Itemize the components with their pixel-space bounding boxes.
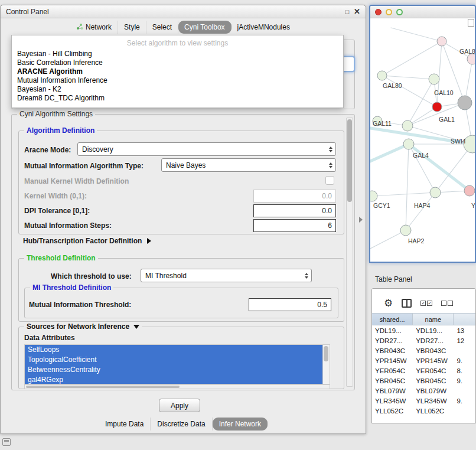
tab-discretize-data[interactable]: Discretize Data: [151, 418, 212, 431]
which-threshold-combo[interactable]: MI Threshold: [141, 269, 312, 282]
scroll-thumb[interactable]: [347, 119, 352, 202]
network-node[interactable]: [467, 54, 475, 64]
close-window-icon[interactable]: ✕: [354, 7, 360, 16]
network-node[interactable]: [429, 74, 439, 84]
network-node[interactable]: [458, 96, 472, 110]
control-panel-titlebar[interactable]: Control Panel □ ✕: [1, 5, 366, 18]
network-node[interactable]: [400, 225, 411, 236]
attribute-list-horizontal-scrollbar[interactable]: [24, 384, 330, 389]
minimize-traffic-light-icon[interactable]: [386, 9, 392, 15]
tab-impute-data[interactable]: Impute Data: [99, 418, 151, 431]
apply-button[interactable]: Apply: [159, 399, 200, 412]
network-edge[interactable]: [391, 28, 442, 41]
network-edge[interactable]: [406, 144, 409, 230]
node-label: Y: [471, 202, 475, 209]
mi-steps-field[interactable]: 6: [253, 219, 336, 232]
network-edge[interactable]: [406, 193, 435, 230]
network-canvas[interactable]: GAL8GAL80GAL10GAL11GAL1SWI4GAL4GCY1HAP4Y…: [370, 18, 475, 262]
table-cell: [454, 345, 475, 356]
network-edge[interactable]: [409, 144, 470, 191]
table-row[interactable]: YDL19...YDL19...13: [372, 325, 475, 335]
tab-cyni-toolbox[interactable]: Cyni Toolbox: [178, 21, 231, 34]
table-row[interactable]: YPR145WYPR145W9.: [372, 356, 475, 366]
table-cell: YLR345W: [372, 396, 413, 406]
zoom-traffic-light-icon[interactable]: [396, 9, 403, 15]
table-cell: YDL19...: [413, 325, 454, 335]
gear-icon[interactable]: ⚙: [384, 298, 393, 308]
mi-threshold-field[interactable]: 0.5: [249, 298, 331, 311]
network-node[interactable]: [437, 37, 446, 46]
tab-label: Cyni Toolbox: [184, 23, 224, 31]
network-node[interactable]: [430, 187, 441, 198]
tab-select[interactable]: Select: [146, 21, 178, 34]
tab-style[interactable]: Style: [118, 21, 146, 34]
network-edge[interactable]: [372, 193, 435, 196]
network-edge[interactable]: [370, 144, 409, 161]
network-edge[interactable]: [437, 41, 442, 107]
network-node[interactable]: [370, 191, 377, 201]
columns-icon[interactable]: [402, 299, 412, 308]
minimized-panel-icon[interactable]: [2, 438, 11, 446]
table-row[interactable]: YBL079WYBL079W: [372, 386, 475, 396]
settings-vertical-scrollbar[interactable]: [346, 118, 353, 387]
network-window-titlebar[interactable]: [370, 6, 475, 18]
algorithm-option[interactable]: Bayesian - K2: [12, 85, 343, 94]
mi-type-combo[interactable]: Naive Bayes: [161, 158, 336, 172]
scroll-thumb[interactable]: [324, 346, 328, 361]
network-node[interactable]: [403, 139, 414, 149]
node-label: GAL80: [383, 82, 402, 89]
table-row[interactable]: YER054CYER054C8.: [372, 366, 475, 376]
tab-infer-network[interactable]: Infer Network: [213, 418, 268, 431]
table-row[interactable]: YDR27...YDR27...12: [372, 335, 475, 345]
network-node[interactable]: [432, 102, 442, 112]
table-row[interactable]: YBR045CYBR045C9.: [372, 376, 475, 386]
table-row[interactable]: YBR043CYBR043C: [372, 345, 475, 356]
network-edge[interactable]: [370, 230, 406, 249]
network-node[interactable]: [402, 120, 413, 131]
network-node[interactable]: [464, 185, 475, 196]
hub-definition-toggle[interactable]: Hub/Transcription Factor Definition: [23, 237, 151, 245]
deselect-all-checkboxes-icon[interactable]: [441, 301, 453, 306]
panel-collapse-handle[interactable]: [359, 217, 363, 223]
mi-type-label: Mutual Information Algorithm Type:: [24, 162, 144, 170]
dpi-tolerance-field[interactable]: 0.0: [253, 204, 336, 217]
aracne-mode-combo[interactable]: Discovery: [77, 142, 336, 156]
table-cell: YDR27...: [413, 335, 454, 345]
threshold-definition-title: Threshold Definition: [24, 254, 98, 262]
column-header[interactable]: name: [413, 314, 454, 325]
select-all-checkboxes-icon[interactable]: ✓ ✓: [420, 301, 432, 306]
table-cell: [454, 406, 475, 416]
tab-network[interactable]: Network: [70, 21, 118, 34]
algorithm-definition-title: Algorithm Definition: [24, 126, 97, 135]
network-edge[interactable]: [407, 79, 434, 126]
network-edge[interactable]: [382, 41, 442, 76]
mi-threshold-label: Mutual Information Threshold:: [29, 301, 131, 309]
close-traffic-light-icon[interactable]: [375, 9, 382, 15]
scroll-thumb[interactable]: [26, 386, 180, 388]
network-edge[interactable]: [382, 76, 434, 79]
scrollbar-corner: [468, 19, 474, 27]
algorithm-option[interactable]: Bayesian - Hill Climbing: [12, 50, 343, 58]
tab-jactivemnodules[interactable]: jActiveMNodules: [232, 21, 296, 34]
network-view-window: GAL8GAL80GAL10GAL11GAL1SWI4GAL4GCY1HAP4Y…: [369, 5, 476, 263]
attribute-item[interactable]: gal4RGexp: [25, 375, 322, 384]
attribute-item[interactable]: SelfLoops: [25, 345, 322, 355]
table-row[interactable]: YLL052CYLL052C: [372, 406, 475, 416]
table-row[interactable]: YLR345WYLR345W9.: [372, 396, 475, 406]
attribute-list-vertical-scrollbar[interactable]: [322, 345, 330, 384]
algorithm-option[interactable]: ARACNE Algorithm: [12, 67, 343, 76]
top-tabs: NetworkStyleSelectCyni ToolboxjActiveMNo…: [1, 20, 366, 34]
algorithm-option[interactable]: Mutual Information Inference: [12, 76, 343, 85]
algorithm-option[interactable]: Dream8 DC_TDC Algorithm: [12, 94, 343, 103]
network-node[interactable]: [377, 71, 387, 80]
float-window-icon[interactable]: □: [345, 8, 349, 15]
data-attributes-list[interactable]: SelfLoopsTopologicalCoefficientBetweenne…: [24, 344, 330, 384]
attribute-item[interactable]: TopologicalCoefficient: [25, 355, 322, 365]
column-header[interactable]: shared...: [372, 314, 413, 325]
column-header[interactable]: [454, 314, 475, 325]
attribute-item[interactable]: BetweennessCentrality: [25, 365, 322, 375]
sources-group-title[interactable]: Sources for Network Inference: [24, 322, 142, 331]
which-threshold-value: MI Threshold: [145, 272, 187, 280]
attribute-items: SelfLoopsTopologicalCoefficientBetweenne…: [25, 345, 322, 384]
algorithm-option[interactable]: Basic Correlation Inference: [12, 58, 343, 67]
